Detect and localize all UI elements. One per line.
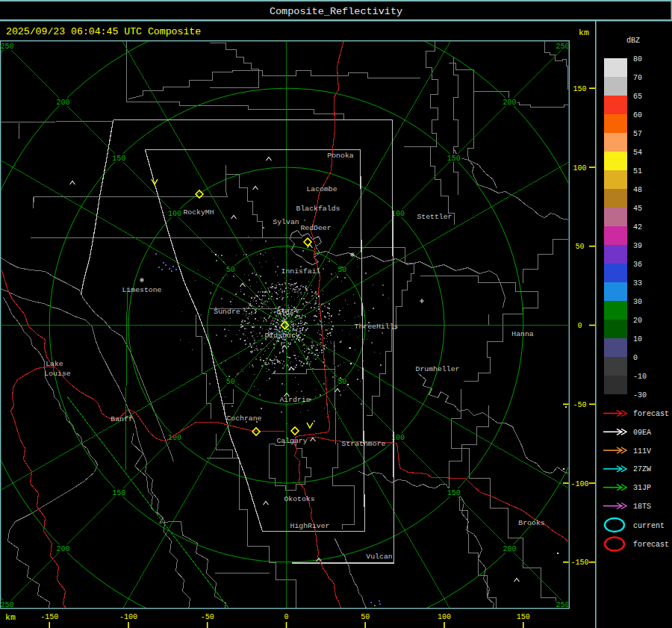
svg-text:54: 54	[633, 149, 642, 157]
svg-text:250: 250	[556, 43, 569, 51]
svg-text:Banff: Banff	[111, 415, 133, 423]
svg-text:Composite_Reflectivity: Composite_Reflectivity	[270, 6, 402, 17]
svg-text:Cochrane: Cochrane	[226, 414, 261, 423]
svg-text:-30: -30	[633, 391, 647, 400]
svg-text:150: 150	[447, 155, 461, 163]
svg-text:150: 150	[517, 613, 530, 621]
svg-text:-50: -50	[201, 613, 214, 621]
svg-text:100: 100	[573, 164, 586, 172]
svg-text:HighRiver: HighRiver	[290, 522, 330, 530]
svg-text:50: 50	[226, 378, 235, 386]
svg-text:200: 200	[56, 545, 69, 553]
svg-text:33: 33	[633, 279, 642, 287]
svg-text:km: km	[579, 28, 589, 37]
svg-text:km: km	[5, 612, 16, 622]
svg-text:Innisfail: Innisfail	[281, 267, 321, 276]
svg-text:200: 200	[56, 99, 69, 107]
svg-text:0: 0	[284, 613, 288, 621]
svg-text:-150: -150	[570, 559, 588, 567]
svg-text:50: 50	[575, 243, 584, 251]
svg-text:50: 50	[361, 613, 370, 621]
svg-text:48: 48	[633, 186, 642, 194]
svg-text:Okotoks: Okotoks	[284, 495, 314, 503]
svg-text:Limestone: Limestone	[122, 286, 162, 294]
svg-text:20: 20	[633, 317, 642, 325]
svg-text:27ZW: 27ZW	[633, 465, 651, 473]
svg-text:Calgary: Calgary	[276, 437, 307, 445]
svg-text:Blackfalds: Blackfalds	[296, 205, 340, 213]
svg-text:111V: 111V	[633, 447, 651, 456]
svg-text:150: 150	[112, 155, 125, 163]
svg-text:RedDeer: RedDeer	[300, 224, 331, 232]
svg-text:Brooks: Brooks	[518, 519, 544, 527]
svg-text:Hanna: Hanna	[511, 330, 534, 338]
svg-text:Airdrie: Airdrie	[279, 396, 310, 404]
svg-text:39: 39	[633, 242, 642, 250]
svg-text:Olds: Olds	[276, 308, 294, 317]
svg-text:10: 10	[633, 335, 642, 343]
svg-text:70: 70	[633, 74, 642, 82]
svg-text:current: current	[633, 522, 665, 530]
svg-text:Strathmore: Strathmore	[342, 440, 386, 448]
svg-text:09EA: 09EA	[633, 429, 651, 437]
svg-text:18TS: 18TS	[633, 503, 651, 511]
svg-text:200: 200	[503, 545, 517, 553]
svg-text:Lake: Lake	[46, 360, 63, 368]
svg-text:dBZ: dBZ	[626, 37, 640, 45]
svg-text:Louise: Louise	[44, 370, 70, 378]
svg-text:250: 250	[1, 43, 14, 51]
svg-text:forecast: forecast	[633, 541, 669, 549]
svg-text:Drumheller: Drumheller	[416, 365, 460, 373]
svg-text:200: 200	[503, 99, 517, 107]
svg-text:50: 50	[226, 266, 235, 274]
svg-text:Didsbury: Didsbury	[264, 332, 299, 340]
svg-text:65: 65	[633, 93, 642, 101]
svg-text:0: 0	[633, 354, 638, 362]
svg-text:Sundre: Sundre	[214, 308, 240, 316]
svg-text:100: 100	[438, 613, 451, 621]
svg-text:-10: -10	[633, 373, 647, 381]
svg-text:57: 57	[633, 130, 642, 138]
svg-text:150: 150	[447, 489, 461, 497]
svg-text:150: 150	[573, 85, 586, 93]
svg-text:36: 36	[633, 261, 642, 269]
svg-text:Stettler: Stettler	[417, 213, 452, 221]
svg-text:-150: -150	[40, 613, 58, 621]
svg-text:0: 0	[577, 322, 582, 330]
svg-text:Ponoka: Ponoka	[327, 152, 353, 160]
svg-text:-50: -50	[573, 401, 586, 409]
svg-text:-100: -100	[570, 480, 588, 488]
svg-text:2025/09/23 06:04:45 UTC Compos: 2025/09/23 06:04:45 UTC Composite	[6, 26, 201, 37]
svg-text:RockyMH: RockyMH	[183, 208, 214, 217]
svg-text:51: 51	[633, 167, 642, 175]
svg-text:Lacombe: Lacombe	[306, 185, 337, 193]
svg-text:-100: -100	[119, 613, 137, 621]
svg-text:30: 30	[633, 298, 642, 306]
svg-text:31JP: 31JP	[633, 484, 651, 492]
svg-text:100: 100	[391, 210, 405, 218]
svg-text:forecast: forecast	[633, 410, 669, 418]
svg-text:Vulcan: Vulcan	[366, 553, 392, 561]
svg-text:45: 45	[633, 205, 642, 213]
svg-text:60: 60	[633, 111, 642, 119]
svg-text:Sylvan: Sylvan	[273, 218, 299, 226]
svg-text:150: 150	[112, 489, 125, 497]
svg-text:100: 100	[168, 210, 181, 218]
svg-text:42: 42	[633, 223, 642, 231]
svg-text:ThreeHills: ThreeHills	[355, 323, 399, 331]
svg-text:80: 80	[633, 55, 642, 63]
